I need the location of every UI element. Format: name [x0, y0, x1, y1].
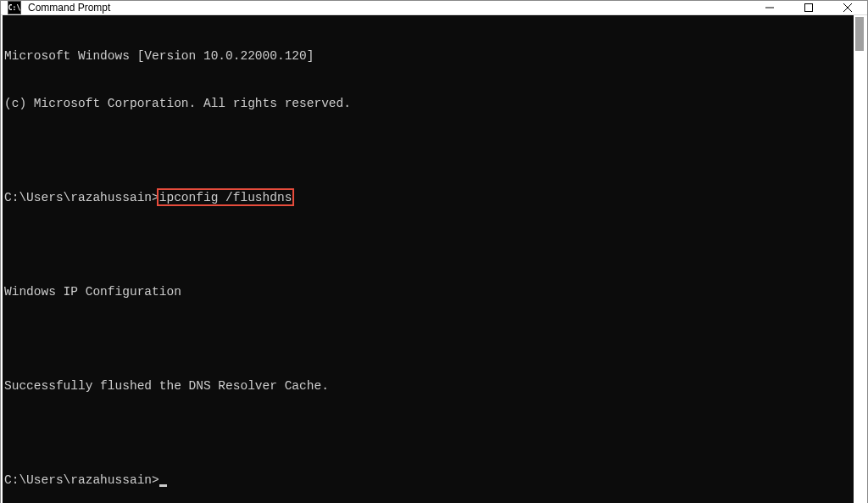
blank-line — [4, 331, 854, 347]
version-line: Microsoft Windows [Version 10.0.22000.12… — [4, 48, 854, 64]
output-header: Windows IP Configuration — [4, 284, 854, 300]
window-controls — [750, 1, 867, 14]
terminal-container: Microsoft Windows [Version 10.0.22000.12… — [1, 15, 867, 503]
prompt-line-1: C:\Users\razahussain>ipconfig /flushdns — [4, 190, 854, 206]
icon-text: C:\ — [8, 4, 20, 12]
blank-line — [4, 425, 854, 441]
scrollbar-thumb[interactable] — [855, 17, 864, 51]
titlebar[interactable]: C:\ Command Prompt — [1, 1, 867, 15]
maximize-button[interactable] — [789, 1, 828, 14]
output-message: Successfully flushed the DNS Resolver Ca… — [4, 378, 854, 394]
prompt-line-2: C:\Users\razahussain> — [4, 472, 854, 489]
blank-line — [4, 237, 854, 253]
prompt-prefix: C:\Users\razahussain> — [4, 191, 159, 204]
vertical-scrollbar[interactable] — [854, 15, 865, 503]
minimize-button[interactable] — [750, 1, 789, 14]
typed-command: ipconfig /flushdns — [159, 191, 292, 204]
prompt-prefix: C:\Users\razahussain> — [4, 473, 159, 487]
copyright-line: (c) Microsoft Corporation. All rights re… — [4, 96, 854, 112]
cursor — [159, 484, 167, 487]
terminal-output[interactable]: Microsoft Windows [Version 10.0.22000.12… — [3, 15, 854, 503]
blank-line — [4, 143, 854, 159]
close-button[interactable] — [828, 1, 867, 14]
window-title: Command Prompt — [28, 2, 750, 14]
command-prompt-window: C:\ Command Prompt Microsoft Windows [Ve… — [0, 0, 868, 503]
cmd-icon: C:\ — [8, 1, 21, 14]
svg-rect-1 — [805, 4, 813, 12]
